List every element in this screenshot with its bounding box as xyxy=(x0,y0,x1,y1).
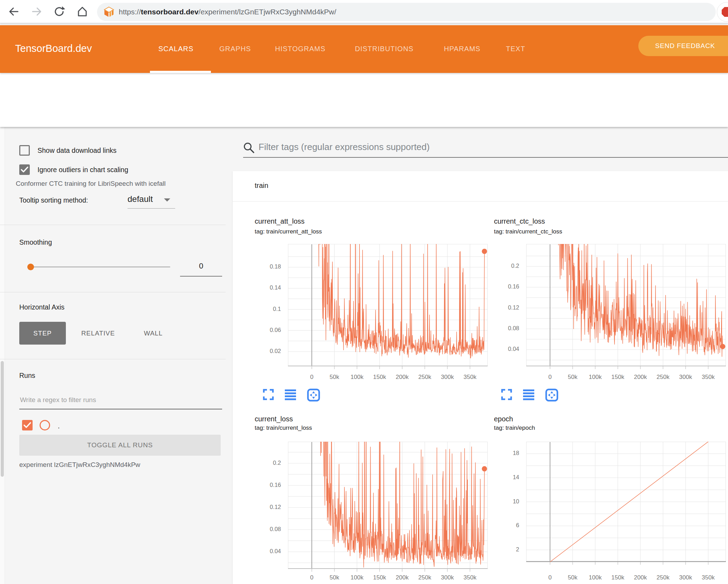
chart-actions-current_att_loss xyxy=(263,388,320,402)
url-bar[interactable]: https://tensorboard.dev/experiment/lzGnE… xyxy=(97,3,716,21)
chart-tag-current_loss: tag: train/current_loss xyxy=(255,425,312,432)
smoothing-slider-track[interactable] xyxy=(27,266,170,267)
chart-plot-epoch[interactable] xyxy=(526,442,726,566)
tab-graphs[interactable]: GRAPHS xyxy=(219,45,251,53)
dropdown-caret-icon[interactable] xyxy=(164,198,170,202)
x-tick-label: 350k xyxy=(693,374,724,381)
section-header-train[interactable]: train xyxy=(255,182,268,190)
x-tick-label: 350k xyxy=(454,374,486,381)
smoothing-value-input[interactable]: 0 xyxy=(180,262,222,271)
browser-toolbar: https://tensorboard.dev/experiment/lzGnE… xyxy=(0,0,728,23)
toggle-log-y-icon[interactable] xyxy=(284,388,296,400)
sidebar-divider xyxy=(0,359,226,359)
chart-title-epoch: epoch xyxy=(494,415,513,423)
forward-icon[interactable] xyxy=(31,6,43,18)
smoothing-slider-thumb[interactable] xyxy=(27,264,34,270)
y-tick-label: 0.16 xyxy=(491,283,519,290)
y-tick-label: 0.1 xyxy=(253,306,281,312)
tooltip-sort-select[interactable]: default xyxy=(128,194,153,204)
chart-plot-current_ctc_loss[interactable] xyxy=(526,244,726,371)
show-download-checkbox[interactable] xyxy=(19,145,30,156)
y-tick-label: 0.02 xyxy=(253,348,281,354)
tab-text[interactable]: TEXT xyxy=(506,45,525,53)
y-tick-label: 18 xyxy=(491,450,519,456)
y-tick-label: 0.12 xyxy=(491,304,519,311)
app-header: TensorBoard.dev SCALARS GRAPHS HISTOGRAM… xyxy=(0,25,728,73)
y-tick-label: 0.04 xyxy=(491,346,519,352)
app-title: TensorBoard.dev xyxy=(15,43,92,54)
runs-filter-underline xyxy=(19,409,222,409)
tab-histograms[interactable]: HISTOGRAMS xyxy=(275,45,325,53)
axis-relative-button[interactable]: RELATIVE xyxy=(70,322,126,345)
tab-scalars[interactable]: SCALARS xyxy=(158,45,193,53)
chart-tag-epoch: tag: train/epoch xyxy=(494,425,535,432)
sidebar-scrollbar-track[interactable] xyxy=(0,127,5,584)
runs-filter-input[interactable]: Write a regex to filter runs xyxy=(20,396,96,404)
checkmark-icon xyxy=(23,421,32,429)
experiment-title: Conformer CTC training for LibriSpeech w… xyxy=(16,180,166,188)
y-tick-label: 0.18 xyxy=(253,263,281,270)
y-tick-label: 10 xyxy=(491,498,519,505)
home-icon[interactable] xyxy=(76,6,88,18)
adblock-extension-icon[interactable] xyxy=(717,2,728,22)
y-tick-label: 0.12 xyxy=(253,504,281,510)
axis-step-button[interactable]: STEP xyxy=(19,322,66,345)
tooltip-sort-underline xyxy=(128,208,175,209)
y-tick-label: 6 xyxy=(491,522,519,529)
runs-label: Runs xyxy=(19,372,35,380)
sidebar-scrollbar-thumb[interactable] xyxy=(1,361,4,477)
y-tick-label: 0.16 xyxy=(253,482,281,488)
chart-actions-current_ctc_loss xyxy=(501,388,558,402)
chart-tag-current_ctc_loss: tag: train/current_ctc_loss xyxy=(494,228,562,235)
active-tab-underline xyxy=(150,71,211,73)
toggle-all-runs-button[interactable]: TOGGLE ALL RUNS xyxy=(19,435,221,456)
filter-tags-underline xyxy=(243,157,728,158)
sidebar-divider xyxy=(0,225,226,225)
y-tick-label: 0.08 xyxy=(491,325,519,332)
fit-domain-icon[interactable] xyxy=(307,388,320,402)
tab-distributions[interactable]: DISTRIBUTIONS xyxy=(355,45,413,53)
chart-title-current_att_loss: current_att_loss xyxy=(255,217,304,225)
back-icon[interactable] xyxy=(8,6,20,18)
axis-wall-button[interactable]: WALL xyxy=(131,322,175,345)
y-tick-label: 0.04 xyxy=(253,548,281,555)
dashboard-main: Filter tags (regular expressions support… xyxy=(231,127,728,584)
x-tick-label: 350k xyxy=(454,574,486,581)
run-checkbox[interactable] xyxy=(22,420,33,430)
settings-sidebar: Show data download links Ignore outliers… xyxy=(0,127,231,584)
filter-tags-input[interactable]: Filter tags (regular expressions support… xyxy=(259,142,430,152)
chart-title-current_ctc_loss: current_ctc_loss xyxy=(494,217,545,225)
expand-chart-icon[interactable] xyxy=(263,388,274,400)
x-tick-label: 350k xyxy=(693,574,724,581)
ignore-outliers-checkbox[interactable] xyxy=(19,164,30,175)
y-tick-label: 0.06 xyxy=(253,327,281,333)
y-tick-label: 0.08 xyxy=(253,526,281,532)
y-tick-label: 0.2 xyxy=(491,263,519,269)
search-icon xyxy=(243,142,255,154)
run-name-label: . xyxy=(58,422,60,430)
ignore-outliers-label: Ignore outliers in chart scaling xyxy=(37,166,128,174)
show-download-label: Show data download links xyxy=(37,147,116,155)
y-tick-label: 0.2 xyxy=(253,460,281,466)
reload-icon[interactable] xyxy=(53,6,65,18)
y-tick-label: 2 xyxy=(491,546,519,553)
toggle-log-y-icon[interactable] xyxy=(523,388,535,400)
chart-plot-current_loss[interactable] xyxy=(288,442,488,573)
chart-title-current_loss: current_loss xyxy=(255,415,293,423)
run-color-swatch xyxy=(40,420,50,430)
train-section-card: train current_att_losstag: train/current… xyxy=(233,171,728,584)
sidebar-divider xyxy=(0,292,226,292)
checkmark-icon xyxy=(20,165,29,174)
horizontal-axis-label: Horizontal Axis xyxy=(19,303,64,311)
y-tick-label: 0.14 xyxy=(253,284,281,291)
section-divider xyxy=(233,201,728,202)
y-tick-label: 14 xyxy=(491,474,519,481)
chart-plot-current_att_loss[interactable] xyxy=(288,244,488,371)
fit-domain-icon[interactable] xyxy=(545,388,558,402)
smoothing-label: Smoothing xyxy=(19,238,52,246)
experiment-title-band: Conformer CTC training for LibriSpeech w… xyxy=(0,73,728,127)
send-feedback-button[interactable]: SEND FEEDBACK xyxy=(638,36,728,56)
tensorboard-favicon xyxy=(103,6,115,18)
tab-hparams[interactable]: HPARAMS xyxy=(444,45,480,53)
expand-chart-icon[interactable] xyxy=(501,388,512,400)
